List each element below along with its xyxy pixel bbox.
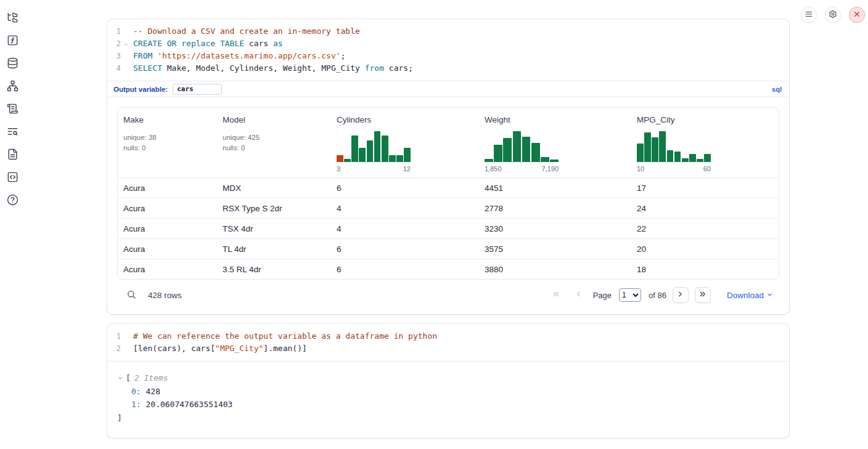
column-header[interactable]: Cylinders312	[331, 108, 479, 177]
table-row[interactable]: AcuraTSX 4dr4323022	[118, 218, 779, 238]
output-variable-bar: Output variable: sql	[107, 81, 789, 97]
table-row[interactable]: AcuraTL 4dr6357520	[118, 238, 779, 259]
code-line[interactable]: 2[len(cars), cars["MPG_City"].mean()]	[107, 342, 789, 355]
code-line[interactable]: 2CREATE OR replace TABLE cars as	[107, 38, 789, 50]
menu-button[interactable]	[801, 7, 817, 23]
column-histogram[interactable]	[637, 130, 711, 162]
code-line[interactable]: 1-- Download a CSV and create an in-memo…	[107, 25, 789, 38]
chevrons-right-icon	[698, 290, 706, 300]
file-text-icon	[7, 148, 18, 162]
output-variable-input[interactable]	[173, 84, 222, 95]
sidebar-documentation-button[interactable]	[6, 149, 18, 161]
gutter-spacer	[121, 330, 131, 342]
chevrons-left-icon	[552, 290, 560, 300]
notebook: 1-- Download a CSV and create an in-memo…	[107, 0, 790, 439]
histogram-bar	[494, 145, 502, 162]
page-of-label: of 86	[649, 291, 666, 300]
collapse-chevron-icon[interactable]	[117, 375, 123, 381]
tree-entry-key: 1:	[131, 400, 141, 409]
table-cell: 6	[331, 265, 479, 274]
table-cell: 4	[331, 204, 479, 213]
table-cell: Acura	[118, 224, 217, 233]
download-button[interactable]: Download	[727, 290, 773, 300]
histogram-bar	[344, 159, 351, 162]
table-row[interactable]: AcuraMDX6445117	[118, 177, 779, 198]
python-code-editor[interactable]: 1# We can reference the output variable …	[107, 324, 789, 361]
sidebar-variables-button[interactable]	[6, 35, 18, 47]
sidebar-datasources-button[interactable]	[6, 58, 18, 70]
histogram-bar	[374, 131, 381, 162]
table-cell: Acura	[118, 184, 217, 193]
column-histogram[interactable]	[485, 130, 559, 162]
line-number: 3	[107, 50, 121, 62]
table-row[interactable]: Acura3.5 RL 4dr6388018	[118, 259, 779, 279]
column-label: Cylinders	[337, 115, 474, 124]
table-cell: TSX 4dr	[217, 224, 331, 233]
sidebar-table-of-contents-button[interactable]	[6, 126, 18, 139]
gutter-spacer	[121, 62, 131, 75]
column-header[interactable]: Modelunique: 425nulls: 0	[217, 108, 331, 177]
sidebar-dependency-graph-button[interactable]	[6, 81, 18, 93]
sidebar-file-explorer-button[interactable]	[6, 12, 18, 25]
histogram-bar	[637, 144, 644, 162]
table-search-button[interactable]	[126, 289, 137, 301]
sidebar-snippets-button[interactable]	[6, 172, 18, 184]
table-cell: Acura	[118, 245, 217, 254]
file-tree-icon	[7, 12, 18, 25]
column-histogram[interactable]	[337, 130, 411, 162]
histogram-range: 1,8507,190	[485, 165, 559, 172]
histogram-bar	[404, 148, 411, 162]
code-text: SELECT Make, Model, Cylinders, Weight, M…	[131, 62, 413, 75]
column-header[interactable]: Makeunique: 38nulls: 0	[118, 108, 217, 177]
line-number: 1	[107, 25, 121, 38]
code-line[interactable]: 4SELECT Make, Model, Cylinders, Weight, …	[107, 62, 789, 75]
help-circle-icon	[7, 194, 18, 208]
histogram-bar	[337, 155, 343, 162]
fold-chevron-icon[interactable]	[121, 38, 131, 50]
histogram-range: 312	[337, 165, 411, 172]
column-header[interactable]: Weight1,8507,190	[479, 108, 631, 177]
close-bracket: ]	[117, 411, 779, 425]
table-cell: 18	[631, 265, 779, 274]
tree-root: [ 2 Items	[117, 371, 779, 385]
settings-button[interactable]	[825, 7, 841, 23]
function-square-icon	[7, 34, 18, 48]
column-header[interactable]: MPG_City1060	[631, 108, 779, 177]
histogram-bar	[359, 148, 366, 162]
histogram-bar	[689, 154, 696, 162]
tree-entry: 1: 20.060747663551403	[117, 398, 779, 411]
sql-code-editor[interactable]: 1-- Download a CSV and create an in-memo…	[107, 19, 789, 81]
histogram-bar	[704, 154, 711, 162]
close-icon	[853, 10, 861, 20]
column-stats: unique: 38nulls: 0	[123, 132, 212, 153]
last-page-button[interactable]	[695, 287, 711, 303]
code-line[interactable]: 3FROM 'https://datasets.marimo.app/cars.…	[107, 50, 789, 62]
histogram-bar	[659, 131, 666, 162]
histogram-min-label: 1,850	[485, 165, 502, 172]
sidebar-logs-button[interactable]	[6, 103, 18, 116]
close-button[interactable]	[849, 7, 865, 23]
language-badge: sql	[772, 86, 782, 93]
chevron-right-icon	[676, 290, 684, 300]
table-cell: 3230	[479, 224, 631, 233]
left-sidebar	[6, 12, 18, 207]
code-text: FROM 'https://datasets.marimo.app/cars.c…	[131, 50, 345, 62]
histogram-bar	[367, 140, 374, 162]
histogram-bar	[503, 138, 512, 162]
line-number: 4	[107, 62, 121, 75]
text-search-icon	[7, 126, 18, 139]
page-select[interactable]: 1	[619, 288, 641, 302]
histogram-bar	[531, 143, 540, 162]
prev-page-button[interactable]	[571, 287, 587, 303]
histogram-bar	[485, 159, 493, 162]
code-line[interactable]: 1# We can reference the output variable …	[107, 330, 789, 342]
items-count-label: 2 Items	[134, 371, 168, 385]
sidebar-help-button[interactable]	[6, 195, 18, 207]
histogram-min-label: 10	[637, 165, 644, 172]
table-row[interactable]: AcuraRSX Type S 2dr4277824	[118, 198, 779, 218]
tree-entry-key: 0:	[131, 387, 141, 396]
histogram-max-label: 7,190	[541, 165, 559, 172]
first-page-button[interactable]	[549, 287, 565, 303]
next-page-button[interactable]	[673, 287, 689, 303]
column-stat: unique: 38	[123, 132, 212, 143]
